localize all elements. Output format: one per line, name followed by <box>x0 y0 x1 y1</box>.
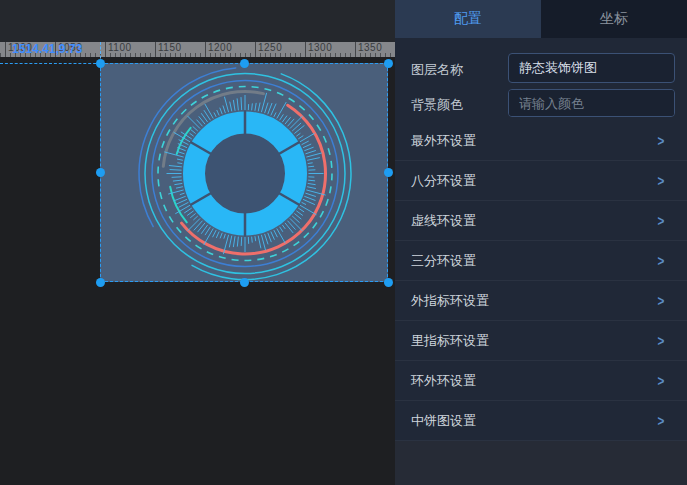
ruler-tick-minor <box>375 53 376 57</box>
ruler-tick-minor <box>280 53 281 57</box>
chevron-right-icon: > <box>658 212 665 229</box>
ruler-tick-minor <box>230 53 231 57</box>
ruler-tick-minor <box>110 53 111 57</box>
horizontal-ruler: 10001050110011501200125013001350 1514.41… <box>0 42 395 57</box>
ruler-tick-minor <box>175 53 176 57</box>
ruler-tick-minor <box>350 53 351 57</box>
panel-tabs: 配置坐标 <box>395 0 687 38</box>
ruler-tick-minor <box>370 53 371 57</box>
background-color-label: 背景颜色 <box>411 96 463 114</box>
ruler-tick-minor <box>130 53 131 57</box>
ruler-tick-minor <box>195 53 196 57</box>
ruler-label: 1200 <box>208 42 232 53</box>
ruler-tick-major <box>105 42 106 57</box>
ruler-tick-minor <box>260 53 261 57</box>
ruler-tick-minor <box>200 53 201 57</box>
tab-config[interactable]: 配置 <box>395 0 541 38</box>
section-label: 虚线环设置 <box>411 212 476 230</box>
section-row-3[interactable]: 三分环设置> <box>395 241 687 281</box>
canvas-top-strip <box>0 0 395 42</box>
ruler-tick-minor <box>170 53 171 57</box>
ruler-tick-minor <box>320 53 321 57</box>
ruler-tick-minor <box>185 53 186 57</box>
ruler-tick-minor <box>380 53 381 57</box>
ruler-tick-major <box>205 42 206 57</box>
ruler-tick-major <box>355 42 356 57</box>
resize-handle[interactable] <box>240 59 249 68</box>
resize-handle[interactable] <box>384 168 393 177</box>
editor-canvas[interactable]: 10001050110011501200125013001350 1514.41… <box>0 0 395 485</box>
resize-handle[interactable] <box>96 168 105 177</box>
ruler-tick-minor <box>145 53 146 57</box>
chevron-right-icon: > <box>658 332 665 349</box>
ruler-tick-minor <box>245 53 246 57</box>
ruler-label: 1350 <box>358 42 382 53</box>
background-color-input[interactable] <box>509 90 675 116</box>
ruler-tick-minor <box>335 53 336 57</box>
ruler-tick-minor <box>235 53 236 57</box>
layer-name-input[interactable] <box>508 53 675 83</box>
ruler-tick-minor <box>115 53 116 57</box>
ruler-tick-major <box>255 42 256 57</box>
panel-content: 图层名称 背景颜色 最外环设置>八分环设置>虚线环设置>三分环设置>外指标环设置… <box>395 38 687 441</box>
tab-coords[interactable]: 坐标 <box>541 0 687 38</box>
section-row-7[interactable]: 中饼图设置> <box>395 401 687 441</box>
resize-handle[interactable] <box>240 278 249 287</box>
config-panel: 配置坐标 图层名称 背景颜色 最外环设置>八分环设置>虚线环设置>三分环设置>外… <box>395 0 687 485</box>
ruler-tick-minor <box>270 53 271 57</box>
ruler-tick-minor <box>10 53 11 57</box>
ruler-tick-minor <box>385 53 386 57</box>
settings-section-list: 最外环设置>八分环设置>虚线环设置>三分环设置>外指标环设置>里指标环设置>环外… <box>395 121 687 441</box>
background-color-group <box>508 89 675 117</box>
ruler-tick-minor <box>295 53 296 57</box>
ruler-tick-minor <box>180 53 181 57</box>
ruler-tick-minor <box>330 53 331 57</box>
chevron-right-icon: > <box>658 412 665 429</box>
ruler-tick-minor <box>190 53 191 57</box>
ruler-tick-minor <box>240 53 241 57</box>
ruler-tick-minor <box>90 53 91 57</box>
section-row-4[interactable]: 外指标环设置> <box>395 281 687 321</box>
ruler-tick-minor <box>220 53 221 57</box>
section-row-1[interactable]: 八分环设置> <box>395 161 687 201</box>
ruler-tick-minor <box>160 53 161 57</box>
ruler-tick-minor <box>0 53 1 57</box>
ruler-tick-major <box>155 42 156 57</box>
ruler-tick-minor <box>360 53 361 57</box>
ruler-tick-minor <box>290 53 291 57</box>
ruler-tick-minor <box>140 53 141 57</box>
ruler-tick-major <box>5 42 6 57</box>
section-row-6[interactable]: 环外环设置> <box>395 361 687 401</box>
ruler-tick-minor <box>365 53 366 57</box>
resize-handle[interactable] <box>96 278 105 287</box>
ruler-tick-minor <box>95 53 96 57</box>
selected-widget[interactable] <box>100 63 388 282</box>
cursor-coordinates-readout: 1514.41,9.73 <box>12 42 82 56</box>
section-row-2[interactable]: 虚线环设置> <box>395 201 687 241</box>
tab-label: 配置 <box>454 10 482 28</box>
ruler-tick-minor <box>265 53 266 57</box>
selection-guide-horizontal <box>0 63 101 64</box>
ruler-label: 1250 <box>258 42 282 53</box>
resize-handle[interactable] <box>384 278 393 287</box>
ruler-tick-minor <box>165 53 166 57</box>
section-label: 中饼图设置 <box>411 412 476 430</box>
app-root: 10001050110011501200125013001350 1514.41… <box>0 0 687 485</box>
section-label: 环外环设置 <box>411 372 476 390</box>
ruler-tick-minor <box>345 53 346 57</box>
ruler-tick-minor <box>120 53 121 57</box>
chevron-right-icon: > <box>658 292 665 309</box>
ruler-tick-minor <box>325 53 326 57</box>
section-row-5[interactable]: 里指标环设置> <box>395 321 687 361</box>
decorative-pie-widget <box>101 64 389 283</box>
resize-handle[interactable] <box>96 59 105 68</box>
ruler-tick-minor <box>390 53 391 57</box>
section-row-0[interactable]: 最外环设置> <box>395 121 687 161</box>
ruler-tick-minor <box>150 53 151 57</box>
ruler-tick-minor <box>285 53 286 57</box>
resize-handle[interactable] <box>384 59 393 68</box>
section-label: 八分环设置 <box>411 172 476 190</box>
ruler-tick-minor <box>310 53 311 57</box>
ruler-tick-minor <box>275 53 276 57</box>
chevron-right-icon: > <box>658 252 665 269</box>
